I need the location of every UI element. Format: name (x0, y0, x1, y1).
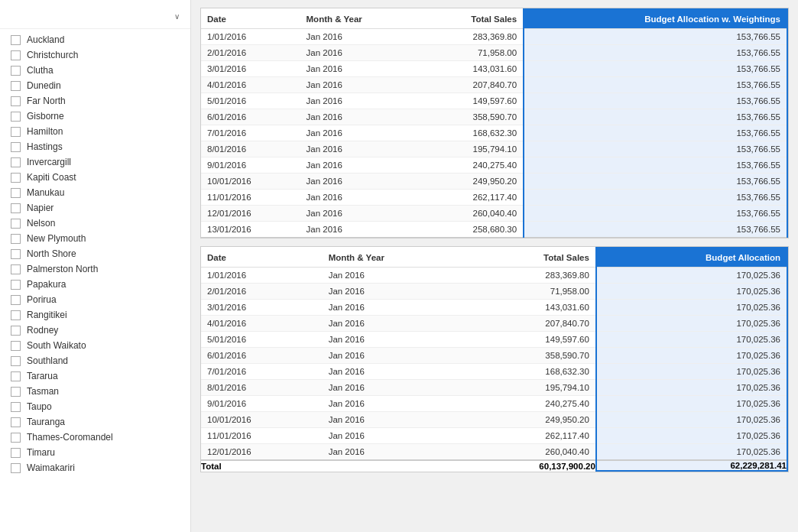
table-cell: 170,025.36 (596, 396, 787, 412)
checkbox-icon[interactable] (11, 142, 21, 152)
table-cell: Jan 2016 (323, 380, 470, 396)
chevron-down-icon: ∨ (174, 12, 180, 21)
table-row: 4/01/2016Jan 2016207,840.70153,766.55 (201, 77, 787, 93)
sidebar-item-christchurch[interactable]: Christchurch (0, 47, 190, 63)
checkbox-icon[interactable] (11, 264, 21, 274)
checkbox-icon[interactable] (11, 35, 21, 45)
checkbox-icon[interactable] (11, 402, 21, 412)
checkbox-icon[interactable] (11, 219, 21, 229)
total-cell-1 (323, 460, 470, 471)
sidebar-item-manukau[interactable]: Manukau (0, 185, 190, 200)
table-row: 2/01/2016Jan 201671,958.00153,766.55 (201, 45, 787, 61)
checkbox-icon[interactable] (11, 371, 21, 381)
table-cell: 195,794.10 (469, 380, 596, 396)
checkbox-icon[interactable] (11, 173, 21, 183)
sidebar-item-auckland[interactable]: Auckland (0, 32, 190, 47)
sidebar-item-porirua[interactable]: Porirua (0, 292, 190, 307)
sidebar-item-label: Hastings (27, 141, 63, 152)
checkbox-icon[interactable] (11, 127, 21, 137)
table-row: 7/01/2016Jan 2016168,632.30170,025.36 (201, 364, 787, 380)
checkbox-icon[interactable] (11, 326, 21, 336)
sidebar-item-nelson[interactable]: Nelson (0, 216, 190, 231)
sidebar-item-timaru[interactable]: Timaru (0, 445, 190, 460)
sidebar-item-north-shore[interactable]: North Shore (0, 246, 190, 261)
table-cell: 153,766.55 (524, 157, 787, 174)
table-row: 1/01/2016Jan 2016283,369.80153,766.55 (201, 29, 787, 45)
table-cell: Jan 2016 (323, 428, 470, 444)
table-row: 9/01/2016Jan 2016240,275.40153,766.55 (201, 157, 787, 174)
col-header-0: Date (201, 248, 323, 268)
sidebar-item-invercargill[interactable]: Invercargill (0, 154, 190, 170)
sidebar-item-clutha[interactable]: Clutha (0, 63, 190, 78)
sidebar-item-tasman[interactable]: Tasman (0, 384, 190, 399)
sidebar-item-far-north[interactable]: Far North (0, 93, 190, 109)
sidebar-item-taupo[interactable]: Taupo (0, 399, 190, 414)
table-cell: Jan 2016 (300, 109, 420, 125)
checkbox-icon[interactable] (11, 310, 21, 320)
checkbox-icon[interactable] (11, 341, 21, 351)
table-panel-2: DateMonth & YearTotal SalesBudget Alloca… (200, 246, 789, 472)
table-cell: 240,275.40 (420, 157, 524, 174)
checkbox-icon[interactable] (11, 249, 21, 259)
sidebar-item-gisborne[interactable]: Gisborne (0, 109, 190, 124)
sidebar-item-label: Gisborne (27, 111, 64, 122)
sidebar-item-napier[interactable]: Napier (0, 200, 190, 216)
table-scroll-2[interactable]: DateMonth & YearTotal SalesBudget Alloca… (201, 247, 788, 472)
checkbox-icon[interactable] (11, 188, 21, 198)
checkbox-icon[interactable] (11, 203, 21, 213)
sidebar-item-hastings[interactable]: Hastings (0, 139, 190, 154)
checkbox-icon[interactable] (11, 295, 21, 305)
table-cell: 358,590.70 (469, 348, 596, 364)
checkbox-icon[interactable] (11, 417, 21, 427)
table-row: 2/01/2016Jan 201671,958.00170,025.36 (201, 284, 787, 300)
sidebar-item-southland[interactable]: Southland (0, 353, 190, 368)
sidebar-item-tararua[interactable]: Tararua (0, 368, 190, 384)
table-cell: 8/01/2016 (201, 380, 323, 396)
table-cell: Jan 2016 (300, 141, 420, 157)
checkbox-icon[interactable] (11, 96, 21, 106)
table-cell: 153,766.55 (524, 61, 787, 77)
table-cell: 207,840.70 (420, 77, 524, 93)
checkbox-icon[interactable] (11, 234, 21, 244)
sidebar-item-new-plymouth[interactable]: New Plymouth (0, 231, 190, 246)
sidebar-header[interactable]: ∨ (0, 8, 190, 29)
checkbox-icon[interactable] (11, 112, 21, 122)
sidebar-item-rangitikei[interactable]: Rangitikei (0, 307, 190, 323)
checkbox-icon[interactable] (11, 50, 21, 60)
table-cell: 2/01/2016 (201, 45, 300, 61)
sidebar-item-label: Waimakariri (27, 462, 75, 473)
sidebar-item-waimakariri[interactable]: Waimakariri (0, 460, 190, 475)
sidebar-item-hamilton[interactable]: Hamilton (0, 124, 190, 139)
checkbox-icon[interactable] (11, 280, 21, 290)
checkbox-icon[interactable] (11, 81, 21, 91)
sidebar-items: AucklandChristchurchCluthaDunedinFar Nor… (0, 32, 190, 475)
sidebar-item-dunedin[interactable]: Dunedin (0, 78, 190, 93)
sidebar-item-label: Tauranga (27, 417, 65, 427)
table-cell: 6/01/2016 (201, 348, 323, 364)
sidebar-item-palmerston-north[interactable]: Palmerston North (0, 261, 190, 277)
sidebar-item-label: Invercargill (27, 157, 71, 167)
table-row: 5/01/2016Jan 2016149,597.60170,025.36 (201, 332, 787, 348)
sidebar-item-label: South Waikato (27, 340, 86, 351)
checkbox-icon[interactable] (11, 66, 21, 76)
sidebar-item-tauranga[interactable]: Tauranga (0, 414, 190, 430)
checkbox-icon[interactable] (11, 463, 21, 473)
sidebar-item-thames-coromandel[interactable]: Thames-Coromandel (0, 430, 190, 445)
table-scroll-1[interactable]: DateMonth & YearTotal SalesBudget Alloca… (201, 8, 788, 238)
checkbox-icon[interactable] (11, 448, 21, 458)
table-row: 10/01/2016Jan 2016249,950.20153,766.55 (201, 174, 787, 190)
sidebar-item-label: Kapiti Coast (27, 172, 76, 183)
table-row: 7/01/2016Jan 2016168,632.30153,766.55 (201, 125, 787, 141)
table-cell: 260,040.40 (420, 206, 524, 222)
checkbox-icon[interactable] (11, 356, 21, 366)
sidebar-item-rodney[interactable]: Rodney (0, 323, 190, 338)
sidebar-item-papakura[interactable]: Papakura (0, 277, 190, 292)
table-cell: 358,590.70 (420, 109, 524, 125)
sidebar-item-south-waikato[interactable]: South Waikato (0, 338, 190, 353)
table-cell: 170,025.36 (596, 364, 787, 380)
sidebar-item-kapiti-coast[interactable]: Kapiti Coast (0, 170, 190, 185)
checkbox-icon[interactable] (11, 387, 21, 397)
checkbox-icon[interactable] (11, 157, 21, 167)
sidebar-item-label: Tasman (27, 386, 59, 397)
checkbox-icon[interactable] (11, 433, 21, 443)
